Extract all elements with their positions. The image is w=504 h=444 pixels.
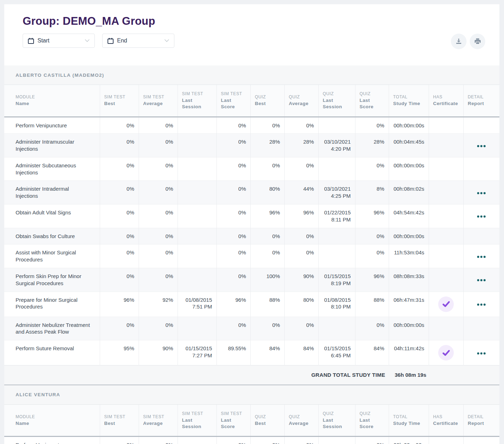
total-study-time: 06h:47m:31s	[389, 292, 429, 317]
sim-test-best: 0%	[100, 204, 139, 228]
sim-test-best: 95%	[100, 340, 139, 365]
student-sections: ALBERTO CASTILLA (MADEMO2) MODULENameSIM…	[4, 65, 499, 444]
student-name: ALICE VENTURA	[16, 392, 60, 397]
detail-report-cell	[463, 340, 499, 365]
calendar-icon	[28, 38, 34, 44]
table-row: Perform Skin Prep for Minor Surgical Pro…	[4, 268, 499, 292]
quiz-last-score: 0%	[355, 228, 389, 244]
module-name: Perform Skin Prep for Minor Surgical Pro…	[4, 268, 100, 292]
column-header: DETAILReport	[463, 405, 499, 437]
end-date-select[interactable]: End	[102, 34, 174, 48]
table-row: Administer Nebulizer Treatment and Asses…	[4, 317, 499, 340]
detail-report-button[interactable]	[475, 277, 488, 283]
detail-report-button[interactable]	[475, 143, 488, 149]
quiz-last-session: 01/15/2015 6:45 PM	[318, 340, 355, 365]
column-header: SIM TESTLast Score	[216, 405, 250, 437]
printer-icon	[474, 38, 481, 45]
quiz-best: 88%	[250, 292, 284, 317]
detail-report-cell	[463, 134, 499, 157]
certificate-check-icon	[438, 296, 454, 312]
ellipsis-icon	[477, 192, 479, 194]
ellipsis-icon	[477, 215, 479, 218]
sim-test-best: 0%	[100, 244, 139, 268]
student-name: ALBERTO CASTILLA (MADEMO2)	[16, 73, 104, 78]
download-button[interactable]	[451, 34, 467, 49]
module-name: Administer Intramuscular Injections	[4, 134, 100, 157]
module-name: Administer Nebulizer Treatment and Asses…	[4, 317, 100, 340]
sim-test-best: 0%	[100, 228, 139, 244]
has-certificate-cell	[429, 317, 463, 340]
detail-report-button[interactable]	[475, 190, 488, 196]
detail-report-cell	[463, 317, 499, 340]
report-card: Group: DEMO_MA Group Start End	[4, 4, 499, 444]
column-header: MODULEName	[4, 85, 100, 117]
quiz-best: 28%	[250, 134, 284, 157]
detail-report-cell	[463, 268, 499, 292]
column-header: QUIZLast Score	[355, 405, 389, 437]
student-section: ALBERTO CASTILLA (MADEMO2) MODULENameSIM…	[4, 65, 499, 385]
column-header: HASCertificate	[429, 85, 463, 117]
column-header: QUIZLast Score	[355, 85, 389, 117]
report-header: Group: DEMO_MA Group Start End	[4, 4, 499, 65]
column-header: QUIZBest	[250, 405, 284, 437]
calendar-icon	[108, 38, 114, 44]
detail-report-button[interactable]	[475, 350, 488, 357]
sim-test-last-session	[178, 181, 216, 204]
table-row: Administer Subcutaneous Injections0%0%0%…	[4, 157, 499, 181]
print-button[interactable]	[470, 34, 485, 49]
total-study-time: 00h:00m:00s	[389, 437, 429, 444]
detail-report-button[interactable]	[475, 254, 488, 260]
chevron-down-icon	[164, 39, 169, 42]
has-certificate-cell	[429, 204, 463, 228]
column-header: MODULEName	[4, 405, 100, 437]
sim-test-best: 0%	[100, 268, 139, 292]
sim-test-average: 0%	[139, 181, 178, 204]
ellipsis-icon	[477, 304, 479, 306]
detail-report-button[interactable]	[475, 301, 488, 308]
sim-test-average: 92%	[139, 292, 178, 317]
module-name: Perform Venipuncture	[4, 117, 100, 134]
column-header: SIM TESTAverage	[139, 85, 178, 117]
has-certificate-cell	[429, 157, 463, 181]
column-header: SIM TESTBest	[100, 405, 139, 437]
sim-test-best: 0%	[100, 157, 139, 181]
module-name: Obtain Swabs for Culture	[4, 228, 100, 244]
sim-test-last-score: 0%	[216, 244, 250, 268]
sim-test-last-score: 0%	[216, 204, 250, 228]
quiz-last-session: 01/08/2015 8:10 PM	[318, 292, 355, 317]
total-study-time: 00h:00m:00s	[389, 317, 429, 340]
detail-report-cell	[463, 228, 499, 244]
sim-test-average: 0%	[139, 134, 178, 157]
total-study-time: 04h:11m:42s	[389, 340, 429, 365]
quiz-average: 84%	[284, 340, 318, 365]
quiz-last-score: 0%	[355, 117, 389, 134]
has-certificate-cell	[429, 244, 463, 268]
quiz-best: 100%	[250, 268, 284, 292]
sim-test-average: 0%	[139, 317, 178, 340]
grand-total-filler	[429, 365, 499, 385]
has-certificate-cell	[429, 437, 463, 444]
detail-report-cell	[463, 157, 499, 181]
quiz-average: 80%	[284, 292, 318, 317]
sim-test-average: 0%	[139, 437, 178, 444]
start-date-select[interactable]: Start	[23, 34, 95, 48]
detail-report-button[interactable]	[475, 213, 488, 220]
quiz-last-session	[318, 157, 355, 181]
sim-test-average: 0%	[139, 244, 178, 268]
date-filters: Start End	[23, 34, 485, 48]
total-study-time: 04h:54m:42s	[389, 204, 429, 228]
detail-report-cell	[463, 292, 499, 317]
module-name: Assist with Minor Surgical Procedures	[4, 244, 100, 268]
column-header: HASCertificate	[429, 405, 463, 437]
detail-report-cell	[463, 117, 499, 134]
sim-test-average: 90%	[139, 340, 178, 365]
grand-total-row: GRAND TOTAL STUDY TIME36h 08m 19s	[4, 365, 499, 385]
quiz-best: 84%	[250, 340, 284, 365]
quiz-last-score: 8%	[355, 181, 389, 204]
quiz-last-score: 0%	[355, 244, 389, 268]
sim-test-best: 96%	[100, 292, 139, 317]
column-header: QUIZBest	[250, 85, 284, 117]
quiz-average: 0%	[284, 157, 318, 181]
student-section: ALICE VENTURA MODULENameSIM TESTBestSIM …	[4, 385, 499, 444]
certificate-check-icon	[438, 345, 454, 361]
